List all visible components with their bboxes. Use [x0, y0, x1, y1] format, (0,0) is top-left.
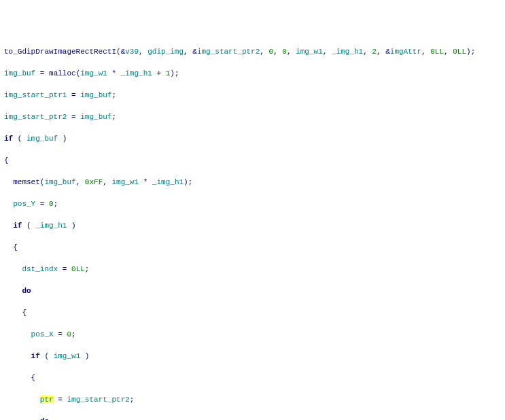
code-line: if ( img_w1 )	[4, 351, 501, 362]
code-line: pos_Y = 0;	[4, 198, 501, 209]
code-line: {	[4, 155, 501, 166]
code-line: pos_X = 0;	[4, 329, 501, 340]
code-line: img_start_ptr1 = img_buf;	[4, 90, 501, 101]
code-line: img_buf = malloc(img_w1 * _img_h1 + 1);	[4, 68, 501, 79]
code-line: memset(img_buf, 0xFF, img_w1 * _img_h1);	[4, 177, 501, 188]
code-line: if ( _img_h1 )	[4, 220, 501, 231]
highlight-token: ptr	[40, 396, 54, 404]
code-line: do	[4, 285, 501, 296]
code-line: to_GdipDrawImageRectRectI(&v39, gdip_img…	[4, 46, 501, 57]
code-line: ptr = img_start_ptr2;	[4, 394, 501, 405]
code-line: {	[4, 372, 501, 383]
code-line: if ( img_buf )	[4, 133, 501, 144]
code-line: {	[4, 307, 501, 318]
code-line: img_start_ptr2 = img_buf;	[4, 111, 501, 122]
code-line: {	[4, 242, 501, 253]
code-line: do	[4, 416, 501, 420]
code-line: dst_indx = 0LL;	[4, 264, 501, 275]
